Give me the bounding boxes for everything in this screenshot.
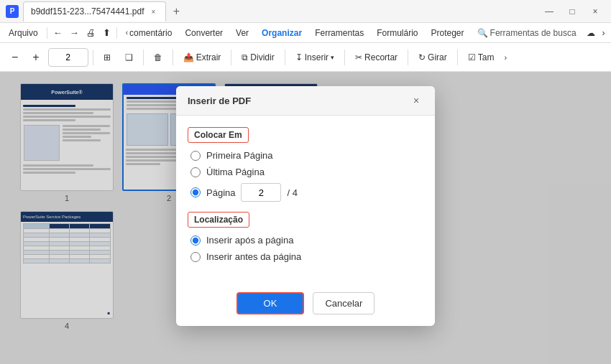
localizacao-label: Localização	[188, 212, 249, 228]
menu-converter[interactable]: Converter	[179, 26, 229, 40]
zoom-out-button[interactable]: −	[6, 47, 24, 68]
zoom-input[interactable]	[48, 48, 88, 67]
ok-button[interactable]: OK	[236, 292, 305, 314]
toolbar-divider-5	[285, 50, 285, 65]
girar-btn[interactable]: ↻ Girar	[413, 47, 453, 68]
radio-inserir-apos[interactable]: Inserir após a página	[190, 235, 423, 246]
dividir-icon: ⧉	[242, 52, 248, 62]
zoom-out-icon: −	[12, 51, 18, 64]
radio-ultima-pagina[interactable]: Última Página	[190, 167, 423, 177]
inserir-btn[interactable]: ↧ Inserir ▾	[290, 47, 340, 68]
radio-inserir-antes[interactable]: Inserir antes da página	[190, 251, 423, 262]
page-total: / 4	[287, 187, 297, 198]
colocar-em-section: Colocar Em Primeira Página Última Página	[188, 127, 423, 202]
radio-ultima-label: Última Página	[206, 167, 265, 177]
dividir-label: Dividir	[250, 52, 274, 62]
radio-antes-label: Inserir antes da página	[206, 251, 301, 262]
menu-cloud[interactable]: ☁	[584, 22, 598, 44]
radio-pagina[interactable]: Página / 4	[190, 183, 423, 202]
menu-proteger[interactable]: Proteger	[426, 26, 470, 40]
dialog-overlay: Inserir de PDF × Colocar Em Primeira Pág…	[0, 72, 611, 364]
menu-icon-print[interactable]: 🖨	[83, 22, 98, 44]
close-button[interactable]: ×	[585, 3, 605, 20]
search-icon: 🔍	[477, 28, 488, 38]
insert-pdf-dialog: Inserir de PDF × Colocar Em Primeira Pág…	[176, 86, 435, 326]
inserir-chevron: ▾	[331, 54, 334, 61]
menu-busca-label: Ferramentas de busca	[490, 28, 576, 38]
zoom-in-button[interactable]: +	[27, 47, 45, 68]
radio-apos-input[interactable]	[190, 235, 201, 246]
titlebar-left: P b9ddf151-223...75474441.pdf × +	[6, 1, 185, 22]
toolbar-divider-6	[344, 50, 345, 65]
radio-pagina-label: Página	[206, 187, 235, 198]
extrair-label: Extrair	[196, 52, 221, 62]
extrair-btn[interactable]: 📤 Extrair	[178, 47, 227, 68]
menubar: Arquivo ← → 🖨 ⬆ ‹comentário Converter Ve…	[0, 23, 611, 43]
dialog-title: Inserir de PDF	[188, 95, 251, 106]
view-single-btn[interactable]: ❑	[119, 47, 139, 68]
radio-primeira-input[interactable]	[190, 151, 201, 161]
menu-icon-share[interactable]: ⬆	[100, 22, 114, 44]
toolbar-divider-2	[143, 50, 144, 65]
page-number-input[interactable]	[241, 183, 281, 202]
titlebar: P b9ddf151-223...75474441.pdf × + — □ ×	[0, 0, 611, 23]
page-input-row: Página / 4	[206, 183, 298, 202]
menu-ver[interactable]: Ver	[230, 26, 254, 40]
localizacao-section: Localização Inserir após a página Inseri…	[188, 212, 423, 262]
dialog-header: Inserir de PDF ×	[176, 86, 435, 116]
tam-icon: ☑	[468, 52, 476, 62]
menu-more[interactable]: ›	[599, 22, 608, 44]
radio-apos-label: Inserir após a página	[206, 235, 293, 246]
delete-btn[interactable]: 🗑	[148, 47, 168, 68]
app-icon: P	[6, 5, 19, 18]
radio-ultima-input[interactable]	[190, 167, 201, 177]
menu-ferramentas[interactable]: Ferramentas	[309, 26, 369, 40]
recortar-btn[interactable]: ✂ Recortar	[349, 47, 403, 68]
tam-more[interactable]: ›	[502, 47, 508, 68]
new-tab-button[interactable]: +	[167, 3, 185, 20]
menu-divider-1	[47, 27, 47, 39]
active-tab[interactable]: b9ddf151-223...75474441.pdf ×	[23, 1, 166, 22]
window-controls: — □ ×	[539, 3, 605, 20]
dialog-footer: OK Cancelar	[176, 284, 435, 326]
tab-label: b9ddf151-223...75474441.pdf	[31, 6, 144, 17]
thumbnails-icon: ⊞	[104, 52, 111, 62]
menu-arquivo[interactable]: Arquivo	[3, 26, 44, 40]
toolbar: − + ⊞ ❑ 🗑 📤 Extrair ⧉ Dividir ↧ Inserir …	[0, 43, 611, 72]
inserir-icon: ↧	[295, 52, 303, 62]
menu-divider-2	[116, 27, 117, 39]
inserir-label: Inserir	[305, 52, 329, 62]
toolbar-divider-7	[408, 50, 408, 65]
menu-organizar[interactable]: Organizar	[256, 26, 308, 40]
girar-icon: ↻	[418, 52, 426, 62]
menu-comentario[interactable]: ‹comentário	[120, 26, 178, 40]
recortar-label: Recortar	[364, 52, 398, 62]
cancel-button[interactable]: Cancelar	[313, 292, 375, 314]
colocar-em-label: Colocar Em	[188, 127, 249, 143]
radio-pagina-input[interactable]	[190, 187, 201, 197]
dialog-close-button[interactable]: ×	[409, 93, 423, 108]
menu-busca[interactable]: 🔍 Ferramentas de busca	[472, 22, 582, 44]
tab-close-btn[interactable]: ×	[148, 6, 158, 17]
dividir-btn[interactable]: ⧉ Dividir	[236, 47, 280, 68]
toolbar-divider-4	[231, 50, 231, 65]
radio-antes-input[interactable]	[190, 252, 201, 262]
delete-icon: 🗑	[154, 52, 162, 62]
tam-btn[interactable]: ☑ Tam	[462, 47, 500, 68]
minimize-button[interactable]: —	[539, 3, 559, 20]
maximize-button[interactable]: □	[562, 3, 582, 20]
toolbar-divider-8	[457, 50, 458, 65]
extrair-icon: 📤	[183, 52, 194, 62]
menu-icon-forward[interactable]: →	[67, 22, 82, 44]
menu-icon-back[interactable]: ←	[50, 22, 65, 44]
main-content: PowerSuite®	[0, 72, 611, 364]
recortar-icon: ✂	[355, 52, 362, 62]
radio-primeira-pagina[interactable]: Primeira Página	[190, 150, 423, 161]
toolbar-divider-1	[93, 50, 93, 65]
view-thumbnails-btn[interactable]: ⊞	[98, 47, 116, 68]
zoom-in-icon: +	[32, 51, 39, 64]
radio-primeira-label: Primeira Página	[206, 150, 273, 161]
menu-formulario[interactable]: Formulário	[371, 26, 423, 40]
toolbar-divider-3	[173, 50, 173, 65]
tam-label: Tam	[478, 52, 495, 62]
